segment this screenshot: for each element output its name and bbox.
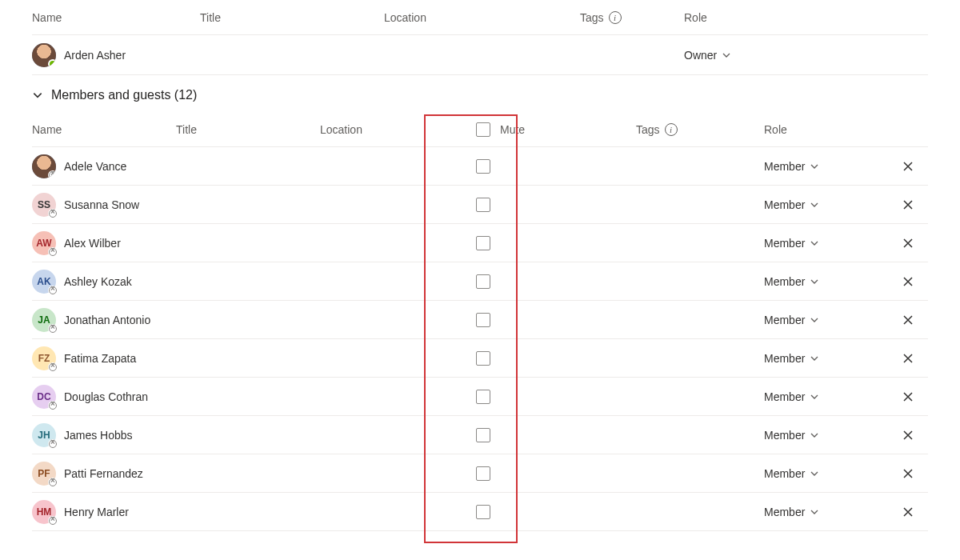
mute-checkbox[interactable] [476, 466, 490, 481]
members-header-row: Name Title Location Mute Tags i Role [32, 112, 928, 147]
role-dropdown[interactable]: Owner [684, 49, 731, 62]
role-dropdown[interactable]: Member [764, 275, 819, 288]
column-header-name[interactable]: Name [32, 123, 176, 136]
chevron-down-icon [32, 90, 43, 101]
role-dropdown[interactable]: Member [764, 467, 819, 480]
avatar [32, 43, 56, 67]
presence-offline-icon [48, 209, 58, 218]
presence-offline-icon [48, 170, 56, 178]
column-header-role[interactable]: Role [684, 11, 816, 24]
role-value: Member [764, 390, 805, 403]
column-header-name[interactable]: Name [32, 11, 200, 24]
presence-offline-icon [48, 247, 58, 257]
avatar: JH [32, 423, 56, 447]
column-header-role[interactable]: Role [764, 123, 892, 136]
remove-member-button[interactable] [902, 237, 914, 250]
avatar: SS [32, 193, 56, 217]
role-dropdown[interactable]: Member [764, 352, 819, 365]
chevron-down-icon [810, 430, 819, 440]
remove-member-button[interactable] [902, 506, 914, 518]
column-header-tags[interactable]: Tags i [580, 11, 684, 24]
role-dropdown[interactable]: Member [764, 390, 819, 403]
member-name: Jonathan Antonio [64, 314, 150, 326]
presence-offline-icon [48, 286, 58, 295]
column-header-title[interactable]: Title [200, 11, 384, 24]
mute-checkbox[interactable] [476, 428, 490, 442]
presence-offline-icon [48, 439, 58, 449]
table-row: AWAlex WilberMember [32, 224, 928, 262]
avatar: HM [32, 500, 56, 524]
role-value: Member [764, 352, 805, 365]
avatar: AW [32, 231, 56, 255]
mute-checkbox[interactable] [476, 198, 490, 212]
chevron-down-icon [810, 238, 819, 248]
role-dropdown[interactable]: Member [764, 198, 819, 211]
column-header-location[interactable]: Location [384, 11, 580, 24]
chevron-down-icon [810, 507, 819, 517]
member-name: Ashley Kozak [64, 275, 132, 288]
avatar: FZ [32, 346, 56, 370]
mute-checkbox[interactable] [476, 159, 490, 174]
table-row: JAJonathan AntonioMember [32, 301, 928, 339]
chevron-down-icon [722, 50, 731, 60]
table-row: FZFatima ZapataMember [32, 339, 928, 378]
chevron-down-icon [810, 315, 819, 325]
mute-checkbox[interactable] [476, 274, 490, 289]
members-section-toggle[interactable]: Members and guests (12) [32, 75, 928, 112]
mute-checkbox[interactable] [476, 505, 490, 519]
column-header-title[interactable]: Title [176, 123, 320, 136]
member-name: Patti Fernandez [64, 467, 143, 480]
info-icon[interactable]: i [609, 11, 622, 24]
mute-all-checkbox[interactable] [476, 122, 490, 137]
members-section-label: Members and guests (12) [51, 88, 197, 102]
remove-member-button[interactable] [902, 160, 914, 173]
table-row: DCDouglas CothranMember [32, 378, 928, 416]
owner-row: Arden Asher Owner [32, 35, 928, 75]
mute-checkbox[interactable] [476, 313, 490, 327]
role-dropdown[interactable]: Member [764, 506, 819, 518]
presence-offline-icon [48, 478, 58, 487]
chevron-down-icon [810, 200, 819, 210]
presence-offline-icon [48, 362, 58, 372]
member-name: Henry Marler [64, 506, 129, 518]
table-row: JHJames HobbsMember [32, 416, 928, 454]
role-value: Member [764, 198, 805, 211]
chevron-down-icon [810, 469, 819, 478]
chevron-down-icon [810, 392, 819, 402]
remove-member-button[interactable] [902, 390, 914, 403]
role-value: Member [764, 506, 805, 518]
member-name: Susanna Snow [64, 198, 139, 211]
table-row: PFPatti FernandezMember [32, 454, 928, 493]
role-dropdown[interactable]: Member [764, 237, 819, 250]
avatar: JA [32, 308, 56, 332]
remove-member-button[interactable] [902, 198, 914, 211]
presence-offline-icon [48, 401, 58, 410]
info-icon[interactable]: i [665, 123, 678, 136]
column-header-mute[interactable]: Mute [460, 122, 636, 137]
mute-checkbox[interactable] [476, 236, 490, 250]
member-name: Adele Vance [64, 160, 126, 173]
table-row: SSSusanna SnowMember [32, 186, 928, 224]
column-header-tags[interactable]: Tags i [636, 123, 764, 136]
role-value: Owner [684, 49, 717, 62]
member-name: James Hobbs [64, 429, 133, 442]
role-dropdown[interactable]: Member [764, 429, 819, 442]
chevron-down-icon [810, 277, 819, 286]
role-dropdown[interactable]: Member [764, 314, 819, 326]
remove-member-button[interactable] [902, 275, 914, 288]
member-name: Fatima Zapata [64, 352, 136, 365]
column-header-location[interactable]: Location [320, 123, 460, 136]
role-value: Member [764, 237, 805, 250]
chevron-down-icon [810, 162, 819, 171]
remove-member-button[interactable] [902, 467, 914, 480]
mute-checkbox[interactable] [476, 351, 490, 366]
mute-checkbox[interactable] [476, 390, 490, 404]
column-header-tags-label: Tags [580, 11, 604, 24]
remove-member-button[interactable] [902, 429, 914, 442]
role-dropdown[interactable]: Member [764, 160, 819, 173]
remove-member-button[interactable] [902, 314, 914, 326]
role-value: Member [764, 314, 805, 326]
remove-member-button[interactable] [902, 352, 914, 365]
avatar: AK [32, 270, 56, 294]
member-name: Douglas Cothran [64, 390, 148, 403]
